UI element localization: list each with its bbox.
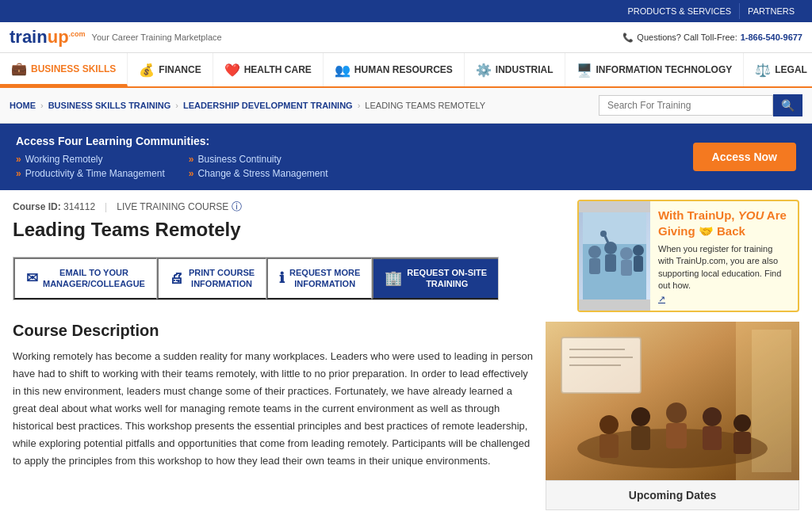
phone-link[interactable]: 1-866-540-9677 xyxy=(741,32,802,42)
course-section: Course ID: 314112 | LIVE TRAINING COURSE… xyxy=(0,190,812,322)
nav-hr[interactable]: 👥 HUMAN RESOURCES xyxy=(324,53,465,86)
live-badge-text: LIVE TRAINING COURSE xyxy=(117,201,228,212)
live-badge-info-icon: ⓘ xyxy=(232,200,242,214)
phone-area: 📞 Questions? Call Toll-Free: 1-866-540-9… xyxy=(622,32,802,43)
svg-rect-23 xyxy=(703,426,722,450)
nav-business-skills[interactable]: 💼 BUSINESS SKILLS xyxy=(0,53,128,86)
banner-item-label-2: Productivity & Time Management xyxy=(25,168,165,179)
nav-hr-label: HUMAN RESOURCES xyxy=(354,64,453,75)
banner-item-label-3: Business Continuity xyxy=(197,154,281,165)
products-services-btn[interactable]: PRODUCTS & SERVICES xyxy=(620,3,741,19)
email-icon: ✉ xyxy=(26,269,38,288)
nav-finance-label: FINANCE xyxy=(159,64,201,75)
svg-point-2 xyxy=(588,246,601,258)
promo-back: 🤝 Back xyxy=(699,224,745,238)
banner-item-productivity: » Productivity & Time Management xyxy=(16,168,165,179)
promo-content: With TrainUp, YOU Are Giving 🤝 Back When… xyxy=(650,201,798,311)
logo-area: trainup.com Your Career Training Marketp… xyxy=(10,27,222,48)
course-meta: Course ID: 314112 | LIVE TRAINING COURSE… xyxy=(13,200,565,214)
breadcrumb-business-skills[interactable]: BUSINESS SKILLS TRAINING xyxy=(48,101,171,110)
breadcrumb-leadership[interactable]: LEADERSHIP DEVELOPMENT TRAINING xyxy=(183,101,353,110)
nav-industrial-label: INDUSTRIAL xyxy=(496,64,553,75)
svg-rect-17 xyxy=(599,434,619,458)
search-button[interactable]: 🔍 xyxy=(773,94,802,116)
svg-point-6 xyxy=(620,247,633,260)
description-body: Working remotely has become a sudden rea… xyxy=(13,348,533,471)
breadcrumb-bar: HOME › BUSINESS SKILLS TRAINING › LEADER… xyxy=(0,88,812,124)
svg-point-24 xyxy=(733,414,751,432)
it-icon: 🖥️ xyxy=(576,63,592,78)
banner-item-label: Working Remotely xyxy=(25,154,103,165)
access-now-button[interactable]: Access Now xyxy=(693,143,796,171)
phone-label: Questions? Call Toll-Free: xyxy=(637,32,737,42)
nav-legal-label: LEGAL xyxy=(775,64,807,75)
phone-icon: 📞 xyxy=(622,32,634,43)
breadcrumb-current: LEADING TEAMS REMOTELY xyxy=(365,101,485,110)
svg-point-20 xyxy=(666,402,687,423)
banner-item-business-continuity: » Business Continuity xyxy=(189,154,328,165)
upcoming-dates-label: Upcoming Dates xyxy=(546,480,799,510)
nav-legal[interactable]: ⚖️ LEGAL xyxy=(744,53,812,86)
course-id-label-text: Course ID: xyxy=(13,201,61,212)
course-title: Leading Teams Remotely xyxy=(13,219,565,241)
svg-rect-7 xyxy=(621,260,632,276)
banner-item-label-4: Change & Stress Management xyxy=(197,168,327,179)
course-main: Course ID: 314112 | LIVE TRAINING COURSE… xyxy=(13,200,565,308)
hr-icon: 👥 xyxy=(335,63,350,78)
email-manager-button[interactable]: ✉ EMAIL TO YOUR MANAGER/COLLEAGUE xyxy=(13,258,157,299)
breadcrumb-home[interactable]: HOME xyxy=(10,101,36,110)
promo-headline: With TrainUp, YOU Are Giving 🤝 Back xyxy=(658,208,790,238)
header: trainup.com Your Career Training Marketp… xyxy=(0,22,812,53)
banner-content: Access Four Learning Communities: » Work… xyxy=(16,135,328,179)
banner-arrow-icon-2: » xyxy=(16,168,21,179)
promo-link[interactable]: ↗ xyxy=(658,294,665,303)
banner-arrow-icon: » xyxy=(16,154,21,165)
banner-title: Access Four Learning Communities: xyxy=(16,135,328,147)
svg-rect-5 xyxy=(605,254,616,272)
nav-it[interactable]: 🖥️ INFORMATION TECHNOLOGY xyxy=(565,53,745,86)
banner-item-working-remotely: » Working Remotely xyxy=(16,154,165,165)
svg-point-18 xyxy=(631,407,650,426)
svg-rect-19 xyxy=(631,426,650,450)
partners-btn[interactable]: PARTNERS xyxy=(740,3,802,19)
logo[interactable]: trainup.com xyxy=(10,27,86,48)
breadcrumb-sep-3: › xyxy=(358,101,361,110)
search-area: 🔍 xyxy=(599,94,802,116)
email-btn-label: EMAIL TO YOUR MANAGER/COLLEAGUE xyxy=(43,267,145,290)
search-input[interactable] xyxy=(599,95,773,116)
promo-body: When you register for training with Trai… xyxy=(658,243,790,292)
finance-icon: 💰 xyxy=(139,63,155,78)
promo-image xyxy=(579,201,650,311)
trainup-promo: With TrainUp, YOU Are Giving 🤝 Back When… xyxy=(577,200,799,312)
svg-point-11 xyxy=(600,231,607,237)
svg-rect-9 xyxy=(634,256,643,272)
request-onsite-button[interactable]: 🏢 REQUEST ON-SITE TRAINING xyxy=(372,258,498,299)
breadcrumb-sep-2: › xyxy=(175,101,178,110)
building-icon: 🏢 xyxy=(385,269,402,288)
nav-healthcare-label: HEALTH CARE xyxy=(244,64,312,75)
description-section: Course Description Working remotely has … xyxy=(13,322,533,510)
nav-healthcare[interactable]: ❤️ HEALTH CARE xyxy=(213,53,324,86)
banner-arrow-icon-3: » xyxy=(189,154,194,165)
svg-point-8 xyxy=(633,245,644,256)
info-btn-label: REQUEST MORE INFORMATION xyxy=(289,267,360,290)
nav-business-skills-label: BUSINESS SKILLS xyxy=(31,63,116,74)
promo-headline-you: YOU xyxy=(738,208,764,222)
request-more-info-button[interactable]: ℹ REQUEST MORE INFORMATION xyxy=(266,258,372,299)
main-nav: 💼 BUSINESS SKILLS 💰 FINANCE ❤️ HEALTH CA… xyxy=(0,53,812,88)
svg-rect-3 xyxy=(589,258,600,274)
nav-industrial[interactable]: ⚙️ INDUSTRIAL xyxy=(465,53,565,86)
course-id-label: Course ID: 314112 xyxy=(13,201,95,212)
promo-img-placeholder xyxy=(579,212,650,299)
onsite-btn-label: REQUEST ON-SITE TRAINING xyxy=(407,267,487,290)
industrial-icon: ⚙️ xyxy=(476,63,492,78)
top-bar: PRODUCTS & SERVICES PARTNERS xyxy=(0,0,812,22)
course-id-value: 314112 xyxy=(63,201,95,212)
nav-finance[interactable]: 💰 FINANCE xyxy=(128,53,213,86)
description-title: Course Description xyxy=(13,322,533,340)
print-course-button[interactable]: 🖨 PRINT COURSE INFORMATION xyxy=(157,258,266,299)
banner-arrow-icon-4: » xyxy=(189,168,194,179)
healthcare-icon: ❤️ xyxy=(224,63,240,78)
svg-rect-25 xyxy=(733,432,751,454)
banner-col-2: » Business Continuity » Change & Stress … xyxy=(189,154,328,179)
